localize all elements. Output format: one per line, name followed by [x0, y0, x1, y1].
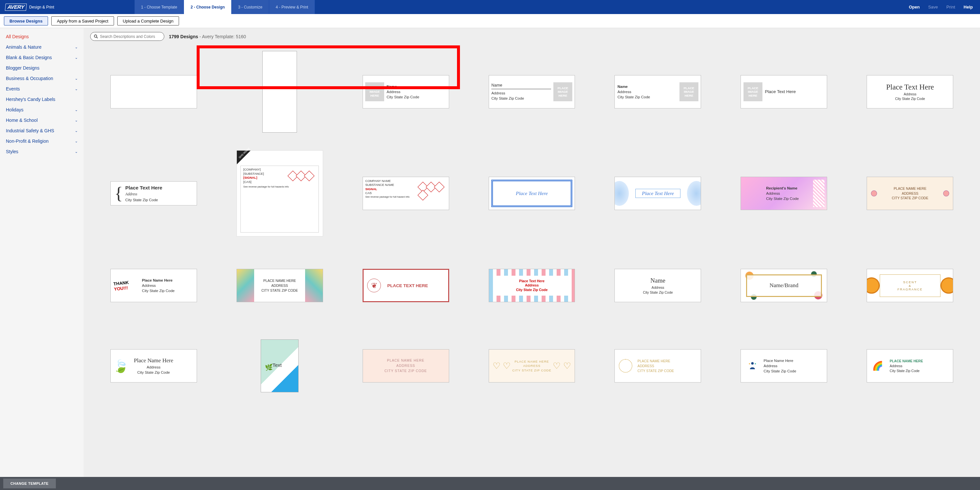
step-1[interactable]: 1 - Choose Template: [135, 0, 184, 14]
sidebar-item-all-designs[interactable]: All Designs⌄: [0, 31, 84, 42]
design-person-logo[interactable]: Place Name HereAddressCity State Zip Cod…: [727, 334, 841, 397]
upload-design-tab[interactable]: Upload a Complete Design: [117, 16, 179, 25]
design-rose-dust[interactable]: PLACE NAME HEREADDRESSCITY STATE ZIP COD…: [348, 334, 463, 397]
design-blank-horizontal[interactable]: [96, 60, 211, 123]
results-count: 1799 Designs - Avery Template: 5160: [169, 34, 246, 39]
chevron-down-icon: ⌄: [75, 139, 78, 143]
sidebar-item-styles[interactable]: Styles⌄: [0, 146, 84, 157]
design-thank-you[interactable]: THANKYOU!!!Place Name HereAddressCity St…: [96, 254, 211, 317]
design-floral-peach[interactable]: PLACE NAME HEREADDRESSCITY STATE ZIP COD…: [853, 162, 967, 225]
main: All Designs⌄ Animals & Nature⌄ Blank & B…: [0, 28, 980, 477]
sidebar-item-nonprofit[interactable]: Non-Profit & Religion⌄: [0, 136, 84, 146]
design-blank-vertical[interactable]: [222, 51, 337, 133]
design-img-right-name-line[interactable]: NameAddressCity State Zip CodePLACE IMAG…: [474, 60, 589, 123]
wizard-steps: 1 - Choose Template 2 - Choose Design 3 …: [135, 0, 315, 14]
search-box[interactable]: [90, 32, 164, 41]
chevron-down-icon: ⌄: [75, 108, 78, 112]
chevron-down-icon: ⌄: [75, 76, 78, 81]
chevron-down-icon: ⌄: [75, 118, 78, 123]
open-action[interactable]: Open: [909, 5, 920, 10]
chevron-down-icon: ⌄: [75, 87, 78, 91]
svg-point-3: [749, 363, 750, 364]
sidebar-item-label: Blogger Designs: [6, 65, 40, 70]
design-pink-gradient[interactable]: Recipient's NameAddressCity State Zip Co…: [727, 162, 841, 225]
sidebar-item-label: Home & School: [6, 118, 38, 123]
search-input[interactable]: [100, 34, 161, 39]
svg-point-2: [751, 362, 754, 364]
placeholder-image-icon: PLACE IMAGE HERE: [365, 82, 384, 101]
sidebar-item-animals-nature[interactable]: Animals & Nature⌄: [0, 42, 84, 52]
sidebar-item-blank-basic[interactable]: Blank & Basic Designs⌄: [0, 52, 84, 63]
browse-designs-tab[interactable]: Browse Designs: [4, 16, 48, 25]
design-rainbow[interactable]: 🌈PLACE NAME HEREAddressCity State Zip Co…: [853, 334, 967, 397]
sidebar-item-holidays[interactable]: Holidays⌄: [0, 105, 84, 115]
search-icon: [94, 34, 98, 38]
design-stripes[interactable]: Place Text HereAddressCity State Zip Cod…: [474, 254, 589, 317]
sidebar-item-label: Events: [6, 86, 20, 91]
sidebar-item-label: Styles: [6, 149, 18, 154]
feather-icon: [367, 278, 381, 293]
chevron-down-icon: ⌄: [75, 56, 78, 60]
topbar: AVERY Design & Print 1 - Choose Template…: [0, 0, 980, 14]
step-2[interactable]: 2 - Choose Design: [184, 0, 232, 14]
svg-point-4: [755, 363, 756, 364]
logo-block: AVERY Design & Print: [0, 0, 59, 14]
design-source-tabs: Browse Designs Apply from a Saved Projec…: [0, 14, 980, 28]
design-citrus-scent[interactable]: SCENT&FRAGRANCE: [853, 254, 967, 317]
design-script-name[interactable]: NameAddressCity State Zip Code: [600, 254, 715, 317]
sidebar-item-label: Hershey's Candy Labels: [6, 97, 55, 102]
category-sidebar[interactable]: All Designs⌄ Animals & Nature⌄ Blank & B…: [0, 28, 84, 477]
sidebar-item-business[interactable]: Business & Occupation⌄: [0, 73, 84, 84]
sidebar-item-events[interactable]: Events⌄: [0, 84, 84, 94]
sidebar-item-label: Industrial Safety & GHS: [6, 128, 54, 133]
design-red-feather[interactable]: Place Text Here: [348, 254, 463, 317]
sidebar-item-label: Animals & Nature: [6, 45, 41, 50]
sidebar-item-blogger[interactable]: Blogger Designs⌄: [0, 63, 84, 73]
help-action[interactable]: Help: [964, 5, 973, 10]
sidebar-item-home-school[interactable]: Home & School⌄: [0, 115, 84, 126]
product-name: Design & Print: [29, 5, 54, 10]
design-img-left-address[interactable]: PLACE IMAGE HERENameAddressCity State Zi…: [348, 60, 463, 123]
design-blue-leaf-frame[interactable]: Place Text Here: [600, 162, 715, 225]
rainbow-icon: 🌈: [872, 361, 883, 371]
print-action[interactable]: Print: [947, 5, 955, 10]
design-brace-text[interactable]: {Place Text HereAddressCity State Zip Co…: [96, 162, 211, 225]
sidebar-item-label: Blank & Basic Designs: [6, 55, 52, 60]
design-botanical-frame[interactable]: Name/Brand: [727, 254, 841, 317]
design-cursive-header-address[interactable]: Place Text HereAddressCity State Zip Cod…: [853, 60, 967, 123]
chevron-down-icon: ⌄: [75, 129, 78, 133]
design-grid: PLACE IMAGE HERENameAddressCity State Zi…: [96, 51, 967, 397]
sidebar-item-label: All Designs: [6, 34, 29, 39]
design-img-left-text[interactable]: PLACE IMAGE HEREPlace Text Here: [727, 60, 841, 123]
sidebar-item-label: Holidays: [6, 107, 24, 112]
apply-saved-tab[interactable]: Apply from a Saved Project: [51, 16, 114, 25]
footer: CHANGE TEMPLATE: [0, 477, 980, 490]
content-header: 1799 Designs - Avery Template: 5160: [84, 28, 980, 45]
design-gold-wreath[interactable]: PLACE NAME HEREADDRESSCITY STATE ZIP COD…: [600, 334, 715, 397]
chevron-down-icon: ⌄: [75, 150, 78, 154]
design-ghs-wizard[interactable]: GHS Wizard[COMPANY][SUBSTANCE][SIGNAL][C…: [222, 150, 337, 237]
change-template-button[interactable]: CHANGE TEMPLATE: [3, 479, 56, 488]
design-blue-frame[interactable]: Place Text Here: [474, 162, 589, 225]
design-mint-diagonal[interactable]: 🌿Text: [222, 334, 337, 397]
design-ghs-label[interactable]: COMPANY NAMESUBSTANCE NAMESIGNALCASSee r…: [348, 162, 463, 225]
sidebar-item-label: Business & Occupation: [6, 76, 53, 81]
leaf-icon: 🌿: [265, 364, 273, 371]
design-geometric[interactable]: PLACE NAME HEREADDRESSCITY STATE ZIP COD…: [222, 254, 337, 317]
design-img-right-address[interactable]: NameAddressCity State Zip CodePLACE IMAG…: [600, 60, 715, 123]
design-grid-scroll[interactable]: PLACE IMAGE HERENameAddressCity State Zi…: [84, 45, 980, 477]
sidebar-item-label: Non-Profit & Religion: [6, 138, 49, 144]
step-4[interactable]: 4 - Preview & Print: [269, 0, 315, 14]
sidebar-item-industrial-ghs[interactable]: Industrial Safety & GHS⌄: [0, 126, 84, 136]
chevron-down-icon: ⌄: [75, 45, 78, 49]
placeholder-image-icon: PLACE IMAGE HERE: [554, 82, 572, 101]
logo: AVERY: [5, 3, 27, 11]
design-tropical-leaf[interactable]: 🍃Place Name HereAddressCity State Zip Co…: [96, 334, 211, 397]
save-action[interactable]: Save: [928, 5, 938, 10]
sidebar-item-hersheys[interactable]: Hershey's Candy Labels⌄: [0, 94, 84, 105]
placeholder-image-icon: PLACE IMAGE HERE: [679, 82, 698, 101]
placeholder-image-icon: PLACE IMAGE HERE: [743, 82, 762, 101]
design-gold-hearts[interactable]: PLACE NAME HEREADDRESSCITY STATE ZIP COD…: [474, 334, 589, 397]
step-3[interactable]: 3 - Customize: [232, 0, 269, 14]
svg-point-0: [94, 35, 97, 38]
